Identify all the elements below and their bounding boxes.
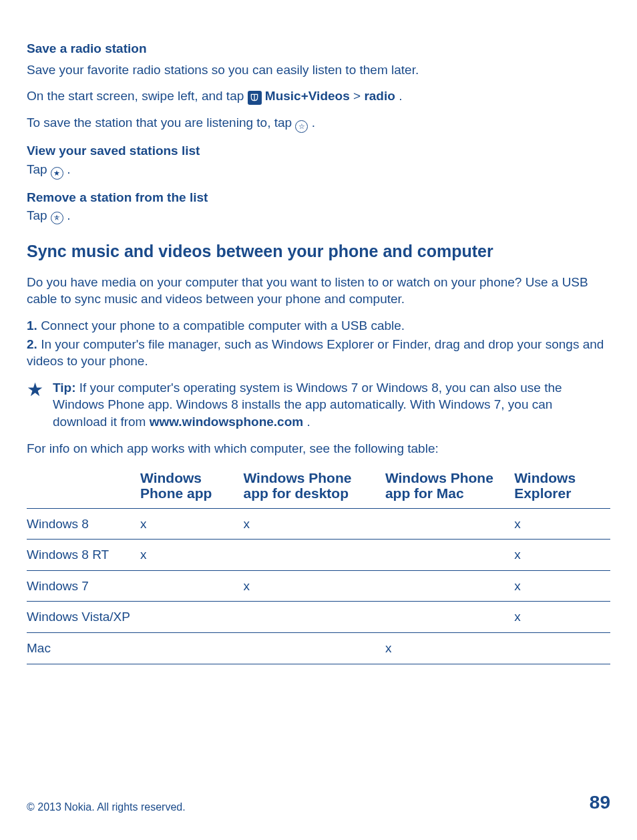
step-number: 1. — [27, 319, 37, 333]
star-outline-icon: ☆ — [295, 120, 308, 133]
table-header-cell — [27, 466, 140, 508]
table-row-label: Mac — [27, 633, 140, 664]
table-cell: x — [243, 508, 385, 540]
svg-rect-0 — [54, 218, 59, 218]
table-header-cell: Windows Phone app for desktop — [243, 466, 385, 508]
paragraph: Tap . — [27, 207, 610, 224]
table-cell — [243, 633, 385, 664]
table-row-label: Windows Vista/XP — [27, 602, 140, 633]
step-text: Connect your phone to a compatible compu… — [41, 319, 405, 333]
subsection-title-remove: Remove a station from the list — [27, 189, 610, 206]
table-header-cell: Windows Phone app — [140, 466, 243, 508]
table-lead: For info on which app works with which c… — [27, 440, 610, 457]
table-cell — [385, 602, 514, 633]
text: . — [312, 116, 315, 130]
page-number: 89 — [590, 792, 610, 813]
app-name: Music+Videos — [265, 89, 350, 103]
table-row-label: Windows 7 — [27, 570, 140, 602]
table-cell: x — [243, 570, 385, 602]
table-cell: x — [385, 633, 514, 664]
table-header-cell: Windows Phone app for Mac — [385, 466, 514, 508]
tip-block: ★ Tip: If your computer's operating syst… — [27, 379, 610, 431]
section-title-save-radio: Save a radio station — [27, 40, 610, 57]
radio-label: radio — [364, 89, 395, 103]
star-filled-icon: ★ — [51, 167, 63, 180]
section-heading-sync: Sync music and videos between your phone… — [27, 240, 610, 263]
table-cell: x — [140, 540, 243, 571]
table-row-label: Windows 8 — [27, 508, 140, 540]
table-cell — [140, 570, 243, 602]
music-videos-icon — [248, 91, 262, 105]
table-cell — [385, 540, 514, 571]
table-cell: x — [514, 602, 610, 633]
tip-text: Tip: If your computer's operating system… — [53, 379, 610, 431]
text: To save the station that you are listeni… — [27, 116, 295, 130]
table-cell: x — [140, 508, 243, 540]
table-row: Mac x — [27, 633, 610, 664]
subsection-title-view-saved: View your saved stations list — [27, 142, 610, 160]
table-cell: x — [514, 508, 610, 540]
page-footer: © 2013 Nokia. All rights reserved. 89 — [27, 792, 610, 813]
step-1: 1. Connect your phone to a compatible co… — [27, 317, 610, 335]
tip-link: www.windowsphone.com — [150, 415, 303, 429]
document-page: Save a radio station Save your favorite … — [0, 0, 637, 704]
paragraph: On the start screen, swipe left, and tap… — [27, 87, 610, 105]
star-remove-icon — [51, 212, 63, 224]
table-header-cell: Windows Explorer — [514, 466, 610, 508]
step-2: 2. In your computer's file manager, such… — [27, 336, 610, 370]
paragraph: To save the station that you are listeni… — [27, 114, 610, 133]
text: Tap — [27, 162, 51, 176]
copyright: © 2013 Nokia. All rights reserved. — [27, 801, 186, 813]
table-row: Windows Vista/XP x — [27, 602, 610, 633]
table-header-row: Windows Phone app Windows Phone app for … — [27, 466, 610, 508]
table-row: Windows 7 x x — [27, 570, 610, 602]
paragraph: Do you have media on your computer that … — [27, 274, 610, 308]
paragraph: Save your favorite radio stations so you… — [27, 61, 610, 79]
table-cell — [514, 633, 610, 664]
step-number: 2. — [27, 337, 37, 351]
text: . — [306, 415, 310, 429]
table-cell — [140, 633, 243, 664]
table-cell — [140, 602, 243, 633]
text: . — [399, 89, 402, 103]
table-cell — [243, 602, 385, 633]
tip-star-icon: ★ — [27, 381, 43, 399]
compatibility-table: Windows Phone app Windows Phone app for … — [27, 466, 610, 664]
text: On the start screen, swipe left, and tap — [27, 89, 248, 103]
tip-label: Tip: — [53, 381, 75, 395]
table-cell — [243, 540, 385, 571]
paragraph: Tap ★ . — [27, 161, 610, 180]
table-row: Windows 8 x x x — [27, 508, 610, 540]
table-row-label: Windows 8 RT — [27, 540, 140, 571]
text: Tap — [27, 208, 51, 222]
table-cell — [385, 508, 514, 540]
table-cell: x — [514, 570, 610, 602]
table-row: Windows 8 RT x x — [27, 540, 610, 571]
separator: > — [353, 89, 364, 103]
table-cell: x — [514, 540, 610, 571]
step-text: In your computer's file manager, such as… — [27, 337, 604, 369]
table-cell — [385, 570, 514, 602]
text: . — [67, 162, 70, 176]
text: . — [67, 208, 70, 222]
